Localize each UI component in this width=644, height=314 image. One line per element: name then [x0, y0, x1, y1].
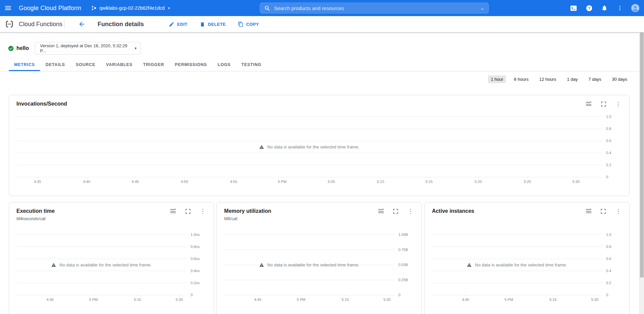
x-tick-mark: [331, 177, 332, 178]
version-dropdown-value: Version 1, deployed at Dec 16, 2020, 5:3…: [40, 43, 129, 53]
y-tick-label: 1.0: [606, 233, 611, 237]
x-tick-mark: [478, 177, 479, 178]
fullscreen-icon[interactable]: [600, 100, 607, 108]
page-actions: EDIT DELETE COPY: [169, 21, 259, 27]
no-data-banner: No data is available for the selected ti…: [16, 117, 602, 177]
scrollbar-thumb[interactable]: [640, 32, 644, 277]
more-options-kebab-icon[interactable]: [616, 4, 624, 12]
edit-button[interactable]: EDIT: [169, 21, 187, 27]
x-tick-label: 5:25: [524, 180, 531, 184]
x-tick-mark: [138, 295, 138, 296]
copy-button[interactable]: COPY: [238, 21, 259, 27]
chart-card-invocations-second: Invocations/Second ⋮: [9, 95, 630, 196]
x-tick-mark: [466, 295, 466, 296]
y-tick-label: 0.8: [606, 127, 611, 131]
x-tick-mark: [93, 295, 94, 296]
chart-x-axis: 4:455 PM5:155:30: [224, 295, 394, 303]
project-selector[interactable]: qwiklabs-gcp-02-22b62f4e1dcd ▾: [91, 5, 170, 11]
copy-icon: [238, 21, 244, 27]
x-tick-mark: [38, 177, 38, 178]
fullscreen-icon[interactable]: [184, 207, 192, 215]
time-range-12-hours[interactable]: 12 hours: [537, 75, 559, 83]
y-tick-label: 0: [191, 293, 193, 297]
x-tick-label: 4:45: [254, 298, 261, 302]
chart-x-axis: 4:354:404:454:504:555 PM5:055:105:155:20…: [16, 177, 602, 185]
tab-testing[interactable]: TESTING: [236, 58, 267, 71]
notifications-bell-icon[interactable]: [600, 4, 608, 12]
chart-x-axis: 4:455 PM5:155:30: [16, 295, 186, 303]
chart-plot-area: No data is available for the selected ti…: [432, 235, 602, 295]
time-range-6-hours[interactable]: 6 hours: [511, 75, 531, 83]
chart-menu-kebab-icon[interactable]: ⋮: [614, 100, 622, 108]
page-title: Function details: [98, 21, 144, 28]
time-range-selector: 1 hour6 hours12 hours1 day7 days30 days: [0, 75, 630, 83]
tab-variables[interactable]: VARIABLES: [101, 58, 138, 71]
y-tick-label: 0.2ns: [191, 281, 200, 285]
chart-type-icon[interactable]: [377, 207, 385, 215]
time-range-1-day[interactable]: 1 day: [564, 75, 580, 83]
x-tick-mark: [179, 295, 180, 296]
chart-type-icon[interactable]: [585, 207, 592, 215]
avatar[interactable]: [631, 4, 639, 12]
y-tick-label: 1.0ns: [191, 233, 200, 237]
x-tick-label: 5:30: [383, 298, 390, 302]
warning-icon: [259, 262, 264, 267]
x-tick-mark: [345, 295, 345, 296]
chart-menu-kebab-icon[interactable]: ⋮: [614, 207, 622, 215]
service-crumb[interactable]: Cloud Functions: [0, 19, 64, 29]
hamburger-menu-icon[interactable]: [0, 0, 16, 16]
x-tick-label: 5:15: [426, 180, 433, 184]
gcp-logo[interactable]: Google Cloud Platform: [19, 5, 81, 12]
header-utilities: ?: [570, 0, 639, 16]
x-tick-label: 5:15: [342, 298, 349, 302]
tab-bar-rule: [0, 71, 644, 71]
time-range-1-hour[interactable]: 1 hour: [488, 75, 506, 83]
no-data-banner: No data is available for the selected ti…: [224, 235, 394, 295]
chart-type-icon[interactable]: [585, 100, 592, 108]
chart-subtitle: [432, 216, 629, 222]
project-icon: [91, 5, 97, 11]
y-tick-label: 0.4ns: [191, 269, 200, 273]
fullscreen-icon[interactable]: [392, 207, 399, 215]
x-tick-label: 5 PM: [504, 298, 513, 302]
y-tick-label: 0: [606, 175, 608, 179]
y-tick-label: 0.2: [606, 281, 611, 285]
time-range-30-days[interactable]: 30 days: [609, 75, 630, 83]
chart-plot-area: No data is available for the selected ti…: [16, 235, 186, 295]
tab-permissions[interactable]: PERMISSIONS: [169, 58, 212, 71]
chevron-down-icon[interactable]: ⌄: [480, 5, 484, 11]
x-tick-label: 4:45: [462, 298, 469, 302]
help-icon[interactable]: ?: [585, 4, 593, 12]
tab-source[interactable]: SOURCE: [70, 58, 101, 71]
x-tick-mark: [135, 177, 136, 178]
time-range-7-days[interactable]: 7 days: [586, 75, 604, 83]
chart-actions: ⋮: [377, 207, 414, 215]
chart-menu-kebab-icon[interactable]: ⋮: [199, 207, 206, 215]
function-name-block: hello: [8, 45, 29, 51]
global-search[interactable]: ⌄: [260, 2, 489, 14]
x-tick-mark: [282, 177, 282, 178]
chart-type-icon[interactable]: [169, 207, 177, 215]
tab-metrics[interactable]: METRICS: [9, 58, 40, 71]
gcp-top-bar: Google Cloud Platform qwiklabs-gcp-02-22…: [0, 0, 644, 16]
pencil-icon: [169, 21, 174, 27]
x-tick-label: 4:40: [83, 180, 90, 184]
chart-x-axis: 4:455 PM5:155:30: [432, 295, 602, 303]
no-data-text: No data is available for the selected ti…: [475, 262, 567, 267]
chart-actions: ⋮: [585, 100, 622, 108]
back-arrow-icon[interactable]: [78, 20, 86, 28]
delete-button[interactable]: DELETE: [200, 21, 226, 27]
version-dropdown[interactable]: Version 1, deployed at Dec 16, 2020, 5:3…: [35, 42, 141, 55]
fullscreen-icon[interactable]: [600, 207, 607, 215]
tab-logs[interactable]: LOGS: [212, 58, 236, 71]
x-tick-label: 5:15: [134, 298, 141, 302]
y-tick-label: 1.00B: [398, 233, 408, 237]
chart-card-execution-time: Execution time ⋮ Milliseconds/call: [9, 202, 214, 314]
cloud-shell-icon[interactable]: [570, 4, 578, 12]
x-tick-label: 5:30: [176, 298, 183, 302]
tab-details[interactable]: DETAILS: [40, 58, 70, 71]
chart-menu-kebab-icon[interactable]: ⋮: [407, 207, 414, 215]
y-tick-label: 1.0: [606, 115, 611, 119]
search-input[interactable]: [274, 5, 477, 11]
tab-trigger[interactable]: TRIGGER: [138, 58, 170, 71]
